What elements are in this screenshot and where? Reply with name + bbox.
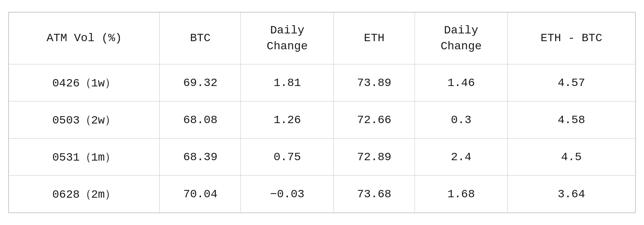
header-daily-change-btc: DailyChange <box>241 12 334 64</box>
cell-daily-change-btc: 0.75 <box>241 139 334 176</box>
table-row: 0628（2m）70.04−0.0373.681.683.64 <box>9 176 635 213</box>
cell-daily-change-btc: −0.03 <box>241 176 334 213</box>
cell-eth-btc: 4.58 <box>507 101 635 139</box>
header-atm-vol: ATM Vol (%) <box>9 12 160 64</box>
cell-atm-vol: 0531（1m） <box>9 139 160 176</box>
cell-eth-btc: 3.64 <box>507 176 635 213</box>
cell-atm-vol: 0426（1w） <box>9 64 160 101</box>
cell-atm-vol: 0503（2w） <box>9 101 160 139</box>
cell-btc: 70.04 <box>160 176 241 213</box>
table-row: 0503（2w）68.081.2672.660.34.58 <box>9 101 635 139</box>
main-table-container: ATM Vol (%) BTC DailyChange ETH DailyCha… <box>8 12 636 213</box>
cell-daily-change-btc: 1.81 <box>241 64 334 101</box>
cell-daily-change-eth: 0.3 <box>415 101 508 139</box>
cell-eth-btc: 4.5 <box>507 139 635 176</box>
cell-atm-vol: 0628（2m） <box>9 176 160 213</box>
table-header-row: ATM Vol (%) BTC DailyChange ETH DailyCha… <box>9 12 635 64</box>
cell-daily-change-eth: 2.4 <box>415 139 508 176</box>
volatility-table: ATM Vol (%) BTC DailyChange ETH DailyCha… <box>9 12 635 213</box>
cell-eth: 73.68 <box>334 176 415 213</box>
cell-btc: 68.39 <box>160 139 241 176</box>
table-row: 0426（1w）69.321.8173.891.464.57 <box>9 64 635 101</box>
cell-eth: 73.89 <box>334 64 415 101</box>
cell-daily-change-eth: 1.68 <box>415 176 508 213</box>
header-daily-change-eth: DailyChange <box>415 12 508 64</box>
cell-btc: 68.08 <box>160 101 241 139</box>
cell-eth: 72.66 <box>334 101 415 139</box>
header-eth-btc: ETH - BTC <box>507 12 635 64</box>
cell-daily-change-eth: 1.46 <box>415 64 508 101</box>
cell-daily-change-btc: 1.26 <box>241 101 334 139</box>
cell-btc: 69.32 <box>160 64 241 101</box>
header-eth: ETH <box>334 12 415 64</box>
cell-eth: 72.89 <box>334 139 415 176</box>
header-btc: BTC <box>160 12 241 64</box>
table-row: 0531（1m）68.390.7572.892.44.5 <box>9 139 635 176</box>
cell-eth-btc: 4.57 <box>507 64 635 101</box>
